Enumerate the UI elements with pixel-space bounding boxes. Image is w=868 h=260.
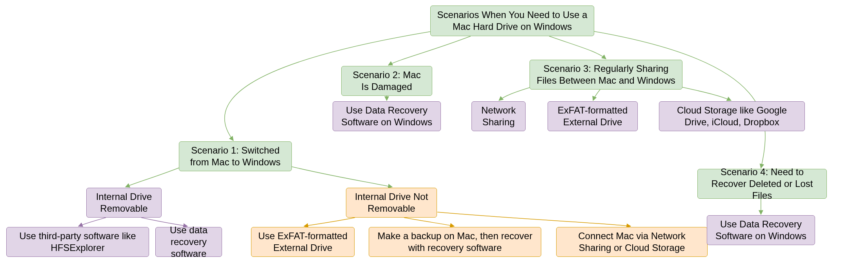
not-removable-opt2-label: Make a backup on Mac, then recover with …	[375, 230, 535, 254]
root-label: Scenarios When You Need to Use a Mac Har…	[437, 9, 588, 33]
scenario2-label: Scenario 2: Mac Is Damaged	[348, 69, 426, 93]
not-removable-opt1: Use ExFAT-formatted External Drive	[251, 227, 355, 257]
not-removable-opt3: Connect Mac via Network Sharing or Cloud…	[556, 227, 708, 257]
scenario3-node: Scenario 3: Regularly Sharing Files Betw…	[530, 60, 682, 90]
not-removable-node: Internal Drive Not Removable	[346, 188, 437, 218]
scenario4-node: Scenario 4: Need to Recover Deleted or L…	[697, 169, 827, 199]
scenario3-opt2-label: ExFAT-formatted External Drive	[554, 104, 631, 128]
scenario1-node: Scenario 1: Switched from Mac to Windows	[179, 141, 292, 171]
scenario3-opt2: ExFAT-formatted External Drive	[548, 101, 638, 131]
not-removable-opt1-label: Use ExFAT-formatted External Drive	[258, 230, 348, 254]
removable-label: Internal Drive Removable	[93, 191, 155, 214]
not-removable-opt3-label: Connect Mac via Network Sharing or Cloud…	[563, 230, 701, 254]
removable-opt1-label: Use third-party software like HFSExplore…	[13, 230, 142, 254]
removable-opt2: Use data recovery software	[155, 227, 222, 257]
removable-opt2-label: Use data recovery software	[162, 224, 215, 260]
scenario3-opt3-label: Cloud Storage like Google Drive, iCloud,…	[666, 104, 798, 128]
scenario4-label: Scenario 4: Need to Recover Deleted or L…	[704, 166, 820, 201]
scenario2-opt: Use Data Recovery Software on Windows	[333, 101, 441, 131]
scenario2-node: Scenario 2: Mac Is Damaged	[341, 66, 432, 96]
scenario4-opt-label: Use Data Recovery Software on Windows	[713, 218, 808, 242]
removable-node: Internal Drive Removable	[86, 188, 162, 218]
not-removable-opt2: Make a backup on Mac, then recover with …	[369, 227, 541, 257]
scenario3-opt1: Network Sharing	[471, 101, 526, 131]
scenario3-opt1-label: Network Sharing	[478, 104, 519, 128]
scenario2-opt-label: Use Data Recovery Software on Windows	[339, 104, 434, 128]
scenario4-opt: Use Data Recovery Software on Windows	[707, 215, 815, 245]
scenario3-label: Scenario 3: Regularly Sharing Files Betw…	[536, 63, 676, 86]
not-removable-label: Internal Drive Not Removable	[353, 191, 430, 214]
scenario1-label: Scenario 1: Switched from Mac to Windows	[186, 145, 285, 168]
scenario3-opt3: Cloud Storage like Google Drive, iCloud,…	[659, 101, 805, 131]
root-node: Scenarios When You Need to Use a Mac Har…	[430, 5, 594, 36]
removable-opt1: Use third-party software like HFSExplore…	[6, 227, 149, 257]
